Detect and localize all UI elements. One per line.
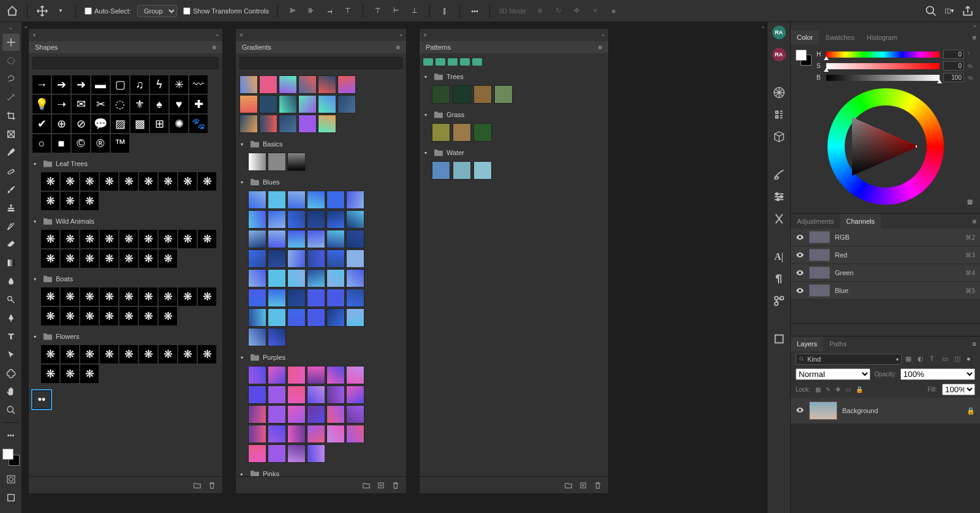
shapes-tab[interactable]: Shapes <box>35 44 58 51</box>
tab-color[interactable]: Color <box>791 30 819 45</box>
gradient-swatch[interactable] <box>346 230 364 248</box>
shape-item[interactable]: ❋ <box>139 249 157 268</box>
gradient-swatch[interactable] <box>248 269 266 287</box>
shape-item[interactable]: 💬 <box>91 115 110 133</box>
shape-item[interactable]: ❋ <box>80 365 99 383</box>
gradient-swatch[interactable] <box>259 115 277 133</box>
gradient-swatch[interactable] <box>268 230 286 248</box>
gradient-swatch[interactable] <box>307 444 325 463</box>
visibility-icon[interactable] <box>796 233 804 241</box>
gradient-swatch[interactable] <box>346 289 364 307</box>
user-avatar[interactable]: RA <box>772 48 786 61</box>
custom-shape-tool[interactable] <box>2 365 20 382</box>
shape-item[interactable]: ❋ <box>61 365 79 383</box>
shape-item[interactable]: ▬ <box>91 75 110 94</box>
lock-transparency-icon[interactable]: ▦ <box>815 386 821 393</box>
gradient-swatch[interactable] <box>346 191 364 209</box>
filter-smart-icon[interactable]: ◫ <box>954 355 963 363</box>
gradient-swatch[interactable] <box>298 75 317 94</box>
shape-item[interactable]: ⚜ <box>130 95 149 113</box>
collapse-icon[interactable]: « <box>216 32 219 38</box>
brushes-icon[interactable] <box>772 168 786 181</box>
expand-right-icon[interactable]: « <box>761 23 766 31</box>
shape-item[interactable]: ❋ <box>61 249 79 268</box>
shape-item[interactable]: ▢ <box>111 75 129 94</box>
shape-item[interactable]: ❋ <box>61 345 79 363</box>
gradient-swatch[interactable] <box>326 386 345 404</box>
shape-item[interactable]: ✳ <box>170 75 188 94</box>
gradient-swatch[interactable] <box>248 210 266 229</box>
pattern-swatch[interactable] <box>453 85 471 104</box>
gradient-tool[interactable] <box>2 254 20 272</box>
gradient-swatch[interactable] <box>268 425 286 443</box>
lasso-tool[interactable] <box>2 70 20 88</box>
distribute-spacing-icon[interactable]: ‖ <box>439 5 451 17</box>
gradient-swatch[interactable] <box>307 386 325 404</box>
shape-item[interactable]: ϟ <box>150 75 168 94</box>
transform-controls-checkbox[interactable]: Show Transform Controls <box>183 7 269 15</box>
pattern-swatch[interactable] <box>473 85 492 104</box>
gradient-swatch[interactable] <box>268 366 286 384</box>
panel-menu-icon[interactable]: ≡ <box>969 336 980 351</box>
shape-item[interactable]: ❋ <box>119 249 138 268</box>
folder-row[interactable]: ▾Grass <box>423 108 605 121</box>
brightness-slider[interactable] <box>826 75 940 81</box>
view-mode-icon[interactable] <box>448 58 458 66</box>
gradient-swatch[interactable] <box>287 153 306 171</box>
visibility-icon[interactable] <box>796 406 804 416</box>
gradient-swatch[interactable] <box>337 75 356 94</box>
blur-tool[interactable] <box>2 273 20 290</box>
panel-menu-icon[interactable]: ≡ <box>969 30 980 45</box>
layer-row[interactable]: Background🔒 <box>791 398 980 424</box>
gradient-swatch[interactable] <box>239 115 258 133</box>
quick-mask-icon[interactable] <box>2 471 20 488</box>
gradient-swatch[interactable] <box>287 308 306 327</box>
shape-item[interactable]: ❋ <box>159 345 177 363</box>
home-icon[interactable] <box>6 5 18 17</box>
gradient-swatch[interactable] <box>287 230 306 248</box>
gradient-swatch[interactable] <box>259 95 277 113</box>
shape-item[interactable]: ➜ <box>72 75 90 94</box>
gradient-swatch[interactable] <box>268 191 286 209</box>
shape-item[interactable]: ❋ <box>198 230 216 248</box>
tab-paths[interactable]: Paths <box>823 336 853 351</box>
zoom-tool[interactable] <box>2 401 20 419</box>
shape-item[interactable]: ❋ <box>61 287 79 306</box>
folder-row[interactable]: ▾Boats <box>32 273 219 285</box>
gradients-search-input[interactable] <box>239 57 402 69</box>
gradient-swatch[interactable] <box>346 425 364 443</box>
filter-pixel-icon[interactable]: ▦ <box>905 355 914 363</box>
shape-item[interactable]: ❋ <box>119 230 138 248</box>
shape-item[interactable]: ❋ <box>41 345 59 363</box>
gradient-swatch[interactable] <box>307 269 325 287</box>
gradient-swatch[interactable] <box>346 249 364 268</box>
shape-item[interactable]: ❋ <box>61 172 79 191</box>
screen-mode-icon[interactable] <box>2 489 20 506</box>
gradient-swatch[interactable] <box>287 405 306 424</box>
gradient-swatch[interactable] <box>287 191 306 209</box>
gradient-swatch[interactable] <box>326 249 345 268</box>
gradient-swatch[interactable] <box>307 230 325 248</box>
shape-item[interactable]: → <box>32 75 51 94</box>
shape-item[interactable]: ❋ <box>119 307 138 325</box>
new-gradient-icon[interactable] <box>377 481 385 490</box>
eraser-tool[interactable] <box>2 236 20 253</box>
gradient-swatch[interactable] <box>248 328 266 346</box>
tab-histogram[interactable]: Histogram <box>861 30 903 45</box>
shape-item[interactable]: ❋ <box>41 192 59 210</box>
panel-menu-icon[interactable]: ≡ <box>213 44 216 51</box>
new-folder-icon[interactable] <box>193 481 202 490</box>
shape-item[interactable]: ⊞ <box>150 115 168 133</box>
gradient-swatch[interactable] <box>287 269 306 287</box>
move-tool-icon[interactable] <box>36 5 48 17</box>
gradient-swatch[interactable] <box>268 210 286 229</box>
saturation-input[interactable] <box>943 61 964 70</box>
user-avatar[interactable]: RA <box>772 26 786 39</box>
shape-item[interactable]: 🐾 <box>189 115 208 133</box>
shape-item[interactable]: ❋ <box>41 172 59 191</box>
shape-item[interactable]: ❋ <box>178 172 197 191</box>
shape-item[interactable]: 💡 <box>32 95 51 113</box>
shape-item[interactable]: 〰 <box>189 75 208 94</box>
align-top-icon[interactable]: ⊤ <box>342 5 354 17</box>
new-folder-icon[interactable] <box>362 481 371 490</box>
